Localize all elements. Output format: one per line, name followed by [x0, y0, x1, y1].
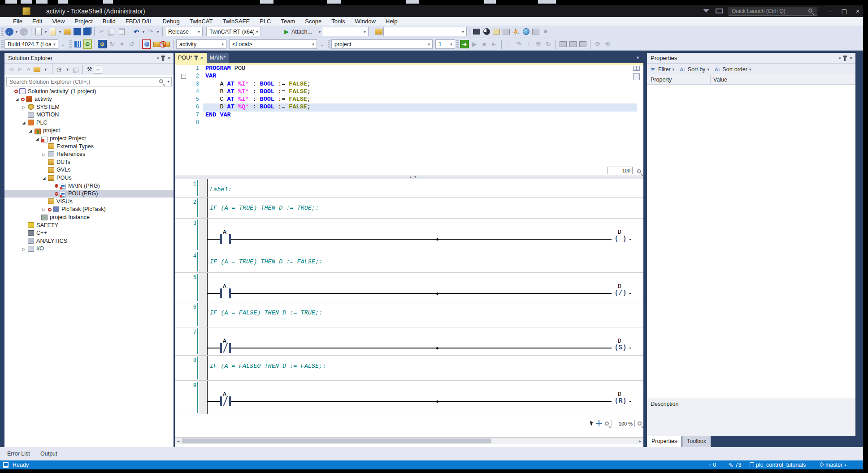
tree-item-gvls[interactable]: GVLs [4, 166, 174, 174]
reload-devices-icon[interactable]: ↻ [108, 40, 117, 48]
chevron-down-icon[interactable]: ▾ [156, 30, 160, 34]
code-line-8[interactable]: 8 [175, 119, 643, 127]
chevron-down-icon[interactable]: ▾ [839, 56, 841, 60]
menu-item-file[interactable]: File [8, 18, 27, 25]
chevron-down-icon[interactable]: ▾ [310, 42, 317, 47]
start-icon[interactable]: ▶ [470, 40, 479, 48]
se-forward-icon[interactable]: ⊳ [16, 65, 24, 73]
search-icon[interactable] [808, 9, 812, 13]
menu-item-edit[interactable]: Edit [27, 18, 47, 25]
ladder-network-8[interactable]: 8IF (A = FALSE0 THEN D := FALSE;: [175, 356, 643, 381]
menu-item-twincat[interactable]: TwinCAT [185, 18, 218, 25]
properties-wrench-icon[interactable]: ⚒ [85, 65, 94, 73]
horizontal-scrollbar[interactable]: ◂ ▸ [175, 437, 643, 444]
search-input[interactable]: Search Solution Explorer (Ctrl+;) ▾ [6, 77, 172, 86]
restart-icon[interactable]: ↺ [127, 40, 136, 48]
toolbar-grip[interactable] [456, 40, 459, 48]
contact[interactable] [220, 234, 231, 244]
close-button[interactable]: × [851, 5, 864, 17]
ladder-editor[interactable]: 1Label:2IF (A = TRUE) THEN D := TRUE;:3A… [175, 179, 643, 437]
collapse-arrow-icon[interactable]: ◢ [35, 137, 39, 141]
tree-item-references[interactable]: ▷References [4, 150, 174, 159]
expand-arrow-icon[interactable]: ▷ [42, 152, 46, 157]
code-line-7[interactable]: 7END_VAR [175, 112, 643, 119]
ignore-folder-icon[interactable] [162, 40, 171, 48]
contact[interactable] [220, 288, 231, 298]
chevron-down-icon[interactable]: ▾ [707, 67, 709, 72]
tree-item-i-o[interactable]: ▷I/O [4, 245, 174, 253]
copy-icon[interactable] [107, 27, 116, 36]
refresh-references-icon[interactable]: ⟳ [593, 40, 602, 48]
code-line-3[interactable]: 3 A AT %I* : BOOL := FALSE; [175, 81, 643, 88]
sync-folder-icon[interactable] [33, 65, 41, 73]
toolbar-options-icon[interactable]: ⌄ [317, 40, 326, 48]
chevron-down-icon[interactable]: ▾ [167, 79, 169, 84]
git-repository-badge[interactable]: plc_control_tutorials [750, 462, 806, 468]
chevron-down-icon[interactable]: ▾ [51, 42, 58, 47]
step-over-icon[interactable]: ↷ [514, 40, 523, 48]
close-icon[interactable]: × [200, 55, 204, 61]
tree-item-external-types[interactable]: External Types [4, 142, 174, 150]
tab-pou[interactable]: POU*× [175, 53, 207, 63]
tree-item-project-instance[interactable]: project Instance [4, 214, 174, 222]
zoom-magnifier-icon[interactable] [605, 421, 609, 426]
coil-r[interactable]: (R) [612, 396, 629, 406]
edit-window-icon[interactable] [492, 27, 501, 36]
chevron-down-icon[interactable]: ▾ [141, 30, 146, 34]
chevron-down-icon[interactable]: ▾ [157, 56, 159, 60]
negated-contact[interactable] [220, 396, 231, 406]
undo-icon[interactable]: ↶ [132, 27, 141, 36]
tree-item-c-[interactable]: C++ [4, 229, 174, 237]
scan-wand-icon[interactable]: ✶ [117, 40, 126, 48]
tab-list-dropdown-icon[interactable]: ▼ [636, 53, 643, 63]
code-line-1[interactable]: 1PROGRAM POU [175, 65, 643, 73]
expand-arrow-icon[interactable]: ▷ [42, 207, 46, 212]
sort-order-button[interactable]: Sort order [722, 66, 747, 73]
filter-funnel-icon[interactable] [651, 68, 655, 71]
code-line-5[interactable]: 5 C AT %I* : BOOL := FALSE; [175, 96, 643, 103]
collapse-arrow-icon[interactable]: ◢ [28, 129, 33, 133]
minimize-button[interactable]: – [824, 5, 838, 17]
sort-by-button[interactable]: Sort by [688, 66, 706, 73]
ladder-network-2[interactable]: 2IF (A = TRUE) THEN D := TRUE;: [175, 198, 643, 219]
chevron-down-icon[interactable]: ▾ [63, 65, 72, 73]
expand-arrow-icon[interactable]: ▷ [22, 105, 26, 109]
tab-properties[interactable]: Properties [647, 436, 681, 447]
se-back-icon[interactable]: ⊲ [7, 65, 16, 73]
zoom-magnifier-icon[interactable] [637, 169, 641, 173]
tab-toolbox[interactable]: Toolbox [682, 436, 711, 447]
preview-icon[interactable] [72, 65, 80, 73]
navigate-backward-icon[interactable]: ← [5, 27, 14, 36]
step-out-icon[interactable]: ↑ [524, 40, 533, 48]
code-line-2[interactable]: 2−VAR [175, 73, 643, 80]
collapse-arrow-icon[interactable]: ◢ [22, 120, 26, 125]
show-online-folder-icon[interactable] [152, 40, 161, 48]
editor-zoom-level[interactable]: 100 [608, 167, 633, 174]
web-globe-icon[interactable] [521, 27, 530, 36]
toolbar-grip[interactable] [328, 40, 330, 48]
declaration-editor[interactable]: 100 1PROGRAM POU2−VAR3 A AT %I* : BOOL :… [175, 65, 643, 176]
tree-item-duts[interactable]: DUTs [4, 158, 174, 166]
tree-item-visus[interactable]: VISUs [4, 198, 174, 206]
solution-folder-icon[interactable] [374, 27, 383, 36]
search-icon[interactable] [159, 79, 163, 83]
tab-error-list[interactable]: Error List [7, 451, 30, 457]
navigate-forward-icon[interactable]: → [19, 27, 28, 36]
cut-icon[interactable]: ✂ [97, 27, 106, 36]
platform-combo[interactable]: TwinCAT RT (x64)▾ [206, 27, 261, 36]
close-icon[interactable]: × [167, 55, 171, 61]
tree-item-analytics[interactable]: ANALYTICS [4, 237, 174, 245]
maximize-button[interactable]: ▢ [838, 5, 851, 17]
filter-funnel-icon[interactable] [703, 9, 709, 13]
zoom-magnifier-icon[interactable] [638, 421, 642, 426]
code-line-6[interactable]: 6 D AT %Q* : BOOL := FALSE; [175, 103, 643, 111]
pin-icon[interactable] [195, 57, 197, 60]
ladder-zoom-level[interactable]: 100 % [612, 420, 635, 427]
reset-icon[interactable]: ↻ [544, 40, 553, 48]
window-arrow-icon[interactable] [531, 27, 540, 36]
property-column-header[interactable]: Property [647, 75, 711, 84]
chevron-down-icon[interactable]: ▾ [195, 30, 202, 34]
twincat-grid-icon[interactable] [73, 40, 82, 48]
ladder-network-1[interactable]: 1Label: [175, 179, 643, 198]
attach-play-icon[interactable]: ▶ [282, 27, 291, 36]
